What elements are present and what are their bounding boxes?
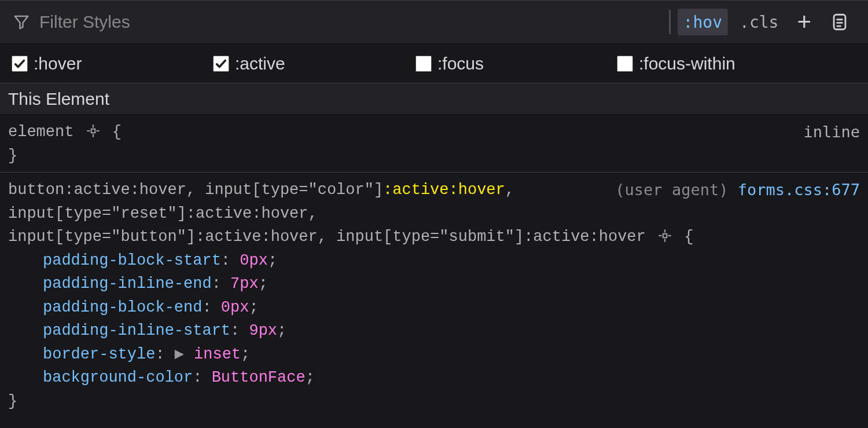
declaration-value: ButtonFace (212, 369, 306, 386)
selector-element[interactable]: element { (8, 120, 860, 144)
brace-open: { (112, 123, 122, 141)
highlight-node-icon[interactable] (86, 123, 101, 138)
selector-matched: :active:hover (383, 181, 505, 199)
toggle-cls-button[interactable]: .cls (734, 9, 784, 35)
colon: : (221, 252, 240, 269)
declaration-value: 0px (221, 299, 249, 316)
declaration[interactable]: padding-inline-end: 7px; (43, 272, 860, 296)
semicolon: ; (277, 322, 286, 339)
add-rule-button[interactable]: + (790, 9, 818, 35)
brace-open: { (684, 228, 693, 246)
selector-line-2[interactable]: input[type="reset"]:active:hover, (8, 202, 860, 226)
svg-rect-4 (91, 129, 95, 133)
selector-text: element (8, 123, 83, 141)
selector-line-3[interactable]: input[type="button"]:active:hover, input… (8, 225, 860, 249)
pseudo-class-row: :hover :active :focus :focus-within (0, 44, 868, 83)
declaration-value: 0px (240, 252, 268, 269)
rule-user-agent: (user agent) forms.css:677 button:active… (0, 173, 868, 418)
source-link[interactable]: forms.css:677 (738, 181, 860, 199)
toolbar-separator (669, 10, 671, 34)
declaration[interactable]: padding-block-start: 0px; (43, 249, 860, 273)
colon: : (202, 299, 220, 316)
declarations-list: padding-block-start: 0px;padding-inline-… (8, 249, 860, 390)
brace-close: } (8, 390, 860, 414)
rule-inline: inline element { } (0, 115, 868, 173)
checkbox-icon (12, 56, 28, 72)
colon: : (193, 369, 211, 386)
declaration-property: padding-inline-end (43, 275, 212, 292)
checkbox-icon (213, 56, 229, 72)
semicolon: ; (306, 369, 315, 386)
pseudo-hover-toggle[interactable]: :hover (12, 54, 213, 74)
section-header-this-element: This Element (0, 83, 868, 115)
declaration-property: padding-inline-start (43, 322, 230, 339)
declaration[interactable]: border-style: ▶ inset; (43, 343, 860, 367)
colon: : (155, 346, 174, 363)
declaration-property: padding-block-end (43, 299, 202, 316)
checkbox-icon (415, 56, 432, 72)
semicolon: ; (249, 299, 258, 316)
colon: : (212, 275, 230, 292)
declaration-property: border-style (43, 346, 155, 363)
declaration[interactable]: padding-block-end: 0px; (43, 296, 860, 320)
declaration-property: background-color (43, 369, 193, 386)
brace-close: } (8, 144, 860, 168)
highlight-node-icon[interactable] (657, 228, 672, 243)
declaration[interactable]: background-color: ButtonFace; (43, 366, 860, 390)
semicolon: ; (268, 252, 277, 269)
selector-text: input[type="button"]:active:hover, input… (8, 228, 655, 246)
rule-source-ua: (user agent) forms.css:677 (615, 178, 860, 202)
declaration-property: padding-block-start (43, 252, 221, 269)
semicolon: ; (259, 275, 268, 292)
styles-toolbar: :hov .cls + (0, 0, 868, 44)
pseudo-focus-toggle[interactable]: :focus (415, 54, 617, 74)
pseudo-focus-within-toggle[interactable]: :focus-within (617, 54, 868, 74)
pseudo-label: :hover (34, 54, 82, 74)
svg-rect-9 (663, 234, 667, 238)
colon: : (230, 322, 249, 339)
declaration[interactable]: padding-inline-start: 9px; (43, 319, 860, 343)
rule-source-inline: inline (803, 120, 860, 144)
declaration-value: inset (194, 346, 241, 363)
pseudo-label: :focus-within (639, 54, 735, 74)
toggle-hov-button[interactable]: :hov (678, 9, 728, 35)
copy-styles-button[interactable] (824, 9, 855, 35)
expand-shorthand-icon[interactable]: ▶ (174, 343, 185, 367)
source-origin: (user agent) (615, 181, 737, 199)
filter-styles-input[interactable] (30, 12, 667, 32)
filter-icon (13, 13, 30, 31)
pseudo-label: :focus (437, 54, 484, 74)
selector-text: button:active:hover, input[type="color"] (8, 181, 383, 199)
selector-text: input[type="reset"]:active:hover, (8, 205, 318, 222)
declaration-value: 7px (230, 275, 259, 292)
pseudo-active-toggle[interactable]: :active (213, 54, 415, 74)
selector-text: , (505, 181, 514, 199)
pseudo-label: :active (235, 54, 285, 74)
semicolon: ; (241, 346, 250, 363)
declaration-value: 9px (249, 322, 277, 339)
checkbox-icon (617, 56, 633, 72)
